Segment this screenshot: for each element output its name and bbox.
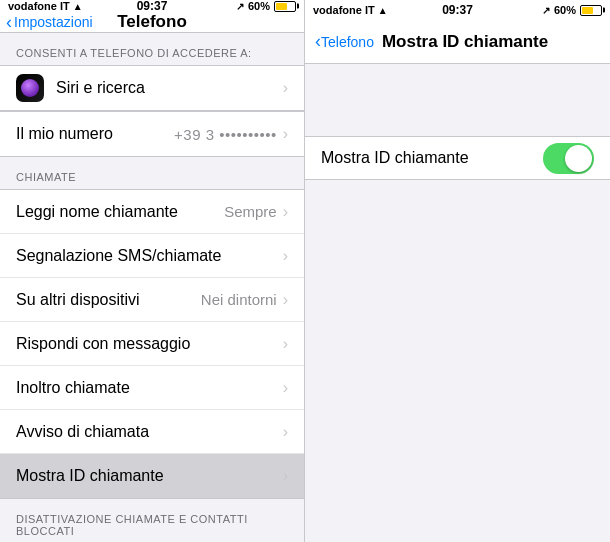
wifi-icon: ▲ [73, 1, 83, 12]
inoltro-item[interactable]: Inoltro chiamate › [0, 366, 304, 410]
mostra-id-item[interactable]: Mostra ID chiamante › [0, 454, 304, 498]
mostra-id-toggle-row: Mostra ID chiamante [305, 136, 610, 180]
right-arrow-icon: ↗ [542, 5, 550, 16]
rispondi-item[interactable]: Rispondi con messaggio › [0, 322, 304, 366]
my-number-value: +39 3 •••••••••• [174, 126, 277, 143]
my-number-group: Il mio numero +39 3 •••••••••• › [0, 111, 304, 157]
back-label: Impostazioni [14, 14, 93, 30]
right-battery-fill [582, 7, 593, 14]
left-status-bar: vodafone IT ▲ 09:37 ↗ 60% [0, 0, 304, 12]
battery-fill [276, 3, 287, 10]
right-back-label: Telefono [321, 34, 374, 50]
right-battery-percent: 60% [554, 4, 576, 16]
mostra-id-toggle[interactable] [543, 143, 594, 174]
right-wifi-icon: ▲ [378, 5, 388, 16]
right-panel: vodafone IT ▲ 09:37 ↗ 60% ‹ Telefono Mos… [305, 0, 610, 542]
leggi-nome-label: Leggi nome chiamante [16, 203, 224, 221]
my-number-chevron-icon: › [283, 125, 288, 143]
leggi-nome-chevron-icon: › [283, 203, 288, 221]
back-button[interactable]: ‹ Impostazioni [6, 12, 93, 33]
carrier-text: vodafone IT [8, 0, 70, 12]
inoltro-label: Inoltro chiamate [16, 379, 283, 397]
right-back-button[interactable]: ‹ Telefono [315, 31, 374, 52]
battery-icon [274, 1, 296, 12]
section-consenti-header: Consenti a Telefono di accedere a: [0, 33, 304, 65]
avviso-chevron-icon: › [283, 423, 288, 441]
rispondi-chevron-icon: › [283, 335, 288, 353]
arrow-icon: ↗ [236, 1, 244, 12]
right-carrier: vodafone IT ▲ [313, 4, 388, 16]
left-carrier: vodafone IT ▲ [8, 0, 83, 12]
siri-item[interactable]: Siri e ricerca › [0, 66, 304, 110]
right-carrier-text: vodafone IT [313, 4, 375, 16]
leggi-nome-value: Sempre [224, 203, 277, 220]
toggle-label: Mostra ID chiamante [321, 149, 543, 167]
altri-dispositivi-chevron-icon: › [283, 291, 288, 309]
siri-group: Siri e ricerca › [0, 65, 304, 111]
siri-circle [21, 79, 39, 97]
leggi-nome-item[interactable]: Leggi nome chiamante Sempre › [0, 190, 304, 234]
segnalazione-item[interactable]: Segnalazione SMS/chiamate › [0, 234, 304, 278]
altri-dispositivi-value: Nei dintorni [201, 291, 277, 308]
my-number-item[interactable]: Il mio numero +39 3 •••••••••• › [0, 112, 304, 156]
right-nav-bar: ‹ Telefono Mostra ID chiamante [305, 20, 610, 64]
right-status-bar: vodafone IT ▲ 09:37 ↗ 60% [305, 0, 610, 20]
right-page-title: Mostra ID chiamante [382, 32, 548, 52]
siri-chevron-icon: › [283, 79, 288, 97]
avviso-item[interactable]: Avviso di chiamata › [0, 410, 304, 454]
left-panel: vodafone IT ▲ 09:37 ↗ 60% ‹ Impostazioni… [0, 0, 305, 542]
section-chiamate-header: Chiamate [0, 157, 304, 189]
section-disattivazione-header: Disattivazione chiamate e contatti blocc… [0, 499, 304, 542]
altri-dispositivi-item[interactable]: Su altri dispositivi Nei dintorni › [0, 278, 304, 322]
right-battery-icon [580, 5, 602, 16]
altri-dispositivi-label: Su altri dispositivi [16, 291, 201, 309]
avviso-label: Avviso di chiamata [16, 423, 283, 441]
chiamate-group: Leggi nome chiamante Sempre › Segnalazio… [0, 189, 304, 499]
inoltro-chevron-icon: › [283, 379, 288, 397]
segnalazione-chevron-icon: › [283, 247, 288, 265]
my-number-label: Il mio numero [16, 125, 174, 143]
right-spacer [305, 64, 610, 100]
rispondi-label: Rispondi con messaggio [16, 335, 283, 353]
mostra-id-chevron-icon: › [283, 467, 288, 485]
mostra-id-label: Mostra ID chiamante [16, 467, 283, 485]
back-chevron-icon: ‹ [6, 12, 12, 33]
siri-icon [16, 74, 44, 102]
left-right-status: ↗ 60% [236, 0, 296, 12]
battery-percent: 60% [248, 0, 270, 12]
right-right-status: ↗ 60% [542, 4, 602, 16]
segnalazione-label: Segnalazione SMS/chiamate [16, 247, 283, 265]
page-title: Telefono [117, 12, 187, 32]
right-time: 09:37 [442, 3, 473, 17]
siri-label: Siri e ricerca [56, 79, 283, 97]
left-nav-bar: ‹ Impostazioni Telefono [0, 12, 304, 33]
